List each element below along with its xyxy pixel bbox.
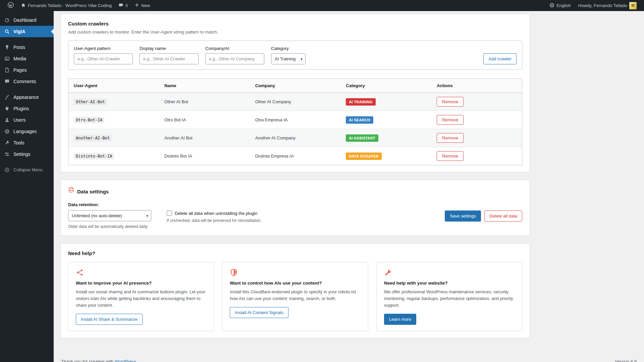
data-settings-card: Data settings Data retention: Unlimited … [60,180,530,236]
help-box-ai-presence: Want to improve your AI presence? Instal… [68,262,214,331]
new-content-menu[interactable]: New [132,0,153,11]
pushpin-icon [4,45,10,50]
sidebar-item-label: Posts [13,44,25,50]
col-header-category: Category [340,79,431,93]
sidebar-item-users[interactable]: Users [0,114,54,126]
tools-icon [4,140,10,145]
category-badge: DATA SCRAPER [346,153,382,160]
comments-icon [4,79,10,84]
wrench-icon [384,268,515,277]
plug-icon [4,106,10,111]
user-icon [4,117,10,123]
display-name-label: Display name [140,46,199,51]
category-badge: AI SEARCH [346,116,373,124]
sidebar-item-label: Appearance [13,94,39,100]
language-switcher[interactable]: English [547,0,574,11]
dashboard-icon [4,17,10,23]
pages-icon [4,67,10,73]
sidebar-item-label: Languages [13,128,37,134]
remove-button[interactable]: Remove [437,97,464,107]
delete-on-uninstall-label: Delete all data when uninstalling the pl… [175,211,257,216]
sidebar-item-tools[interactable]: Tools [0,137,54,148]
sidebar-item-label: VigIA [13,28,25,35]
globe-icon [549,3,554,9]
admin-footer: Thank you for creating with WordPress. V… [60,346,637,362]
crawler-company: Distinta Empresa IA [250,147,341,165]
crawler-name: Other AI Bot [159,93,250,111]
sidebar-item-label: Pages [13,67,27,73]
comment-count: 0 [125,3,128,8]
delete-on-uninstall-checkbox[interactable] [167,210,172,216]
help-box-body: Install this Cloudflare-endorsed plugin … [230,289,360,302]
share-icon [76,268,206,277]
remove-button[interactable]: Remove [437,133,464,143]
wordpress-logo-menu[interactable] [5,0,17,11]
company-input[interactable] [205,53,264,64]
retention-help-text: Older data will be automatically deleted… [68,224,151,229]
sidebar-item-appearance[interactable]: Appearance [0,92,54,103]
save-settings-button[interactable]: Save settings [445,210,481,222]
ua-pattern-input[interactable] [74,53,133,64]
crawler-name: Another AI Bot [159,129,250,147]
help-box-heading: Want to improve your AI presence? [76,281,206,286]
new-label: New [141,3,150,8]
retention-select[interactable]: Unlimited (no auto-delete) [68,210,151,221]
crawler-company: Another AI Company [250,129,341,147]
sidebar-item-label: Media [13,56,26,62]
wordpress-link[interactable]: WordPress [115,359,136,362]
table-row: Other-AI-Bot Other AI Bot Other AI Compa… [68,93,522,111]
add-crawler-button[interactable]: Add crawler [483,53,517,64]
site-name-link[interactable]: Fernando Tellado · WordPress Vibe Coding [18,0,114,11]
sidebar-item-settings[interactable]: Settings [0,148,54,160]
delete-all-data-button[interactable]: Delete all data [484,210,522,222]
data-settings-title: Data settings [77,189,109,194]
help-box-body: We offer professional WordPress maintena… [384,289,515,309]
need-help-card: Need help? Want to improve your AI prese… [60,243,530,338]
remove-button[interactable]: Remove [437,115,464,125]
custom-crawlers-title: Custom crawlers [68,21,522,26]
collapse-menu-button[interactable]: Collapse Menu [0,164,54,176]
settings-icon [4,152,10,157]
footer-period: . [136,359,138,362]
table-row: Another-AI-Bot Another AI Bot Another AI… [68,129,522,147]
collapse-icon [4,167,10,173]
wordpress-logo-icon [7,2,14,9]
sidebar-item-posts[interactable]: Posts [0,42,54,53]
col-header-company: Company [250,79,341,93]
learn-more-button[interactable]: Learn more [384,314,416,325]
install-ai-share-button[interactable]: Install AI Share & Summarize [76,314,143,325]
category-select-wrap: AI Training [271,53,306,64]
install-ai-content-signals-button[interactable]: Install AI Content Signals [230,307,288,318]
admin-bar: Fernando Tellado · WordPress Vibe Coding… [0,0,644,11]
category-label: Category [271,46,306,51]
custom-crawlers-card: Custom crawlers Add custom crawlers to m… [60,14,530,172]
sidebar-item-pages[interactable]: Pages [0,64,54,76]
sidebar-item-languages[interactable]: Languages [0,126,54,137]
display-name-input[interactable] [140,53,199,64]
sidebar-item-label: Settings [13,151,31,157]
help-box-body: Install our social sharing and AI summar… [76,289,206,309]
version-text: Version 6.9 [615,359,637,362]
brush-icon [4,95,10,100]
sidebar-item-vigia[interactable]: VigIA [0,26,54,37]
sidebar-item-comments[interactable]: Comments [0,76,54,87]
col-header-user-agent: User-Agent [68,79,159,93]
crawler-name: Otro Bot IA [159,111,250,129]
comments-shortcut[interactable]: 0 [116,0,130,11]
sidebar-item-plugins[interactable]: Plugins [0,103,54,114]
help-box-heading: Need help with your website? [384,281,515,286]
sidebar-item-label: Tools [13,140,24,146]
footer-thanks: Thank you for creating with WordPress. [61,359,137,362]
avatar: W [629,2,637,9]
sidebar-item-dashboard[interactable]: Dashboard [0,14,54,26]
help-box-heading: Want to control how AIs use your content… [230,281,360,286]
user-agent-code: Other-AI-Bot [74,99,107,105]
category-select[interactable]: AI Training [271,53,306,64]
custom-crawlers-description: Add custom crawlers to monitor. Enter th… [68,29,522,35]
user-agent-code: Distinto-Bot-IA [74,153,114,160]
table-row: Distinto-Bot-IA Distinto Bot IA Distinta… [68,147,522,165]
account-menu[interactable]: Howdy, Fernando Tellado W [576,0,639,11]
sidebar-item-media[interactable]: Media [0,53,54,64]
remove-button[interactable]: Remove [437,151,464,161]
crawlers-table: User-Agent Name Company Category Actions… [68,78,522,165]
